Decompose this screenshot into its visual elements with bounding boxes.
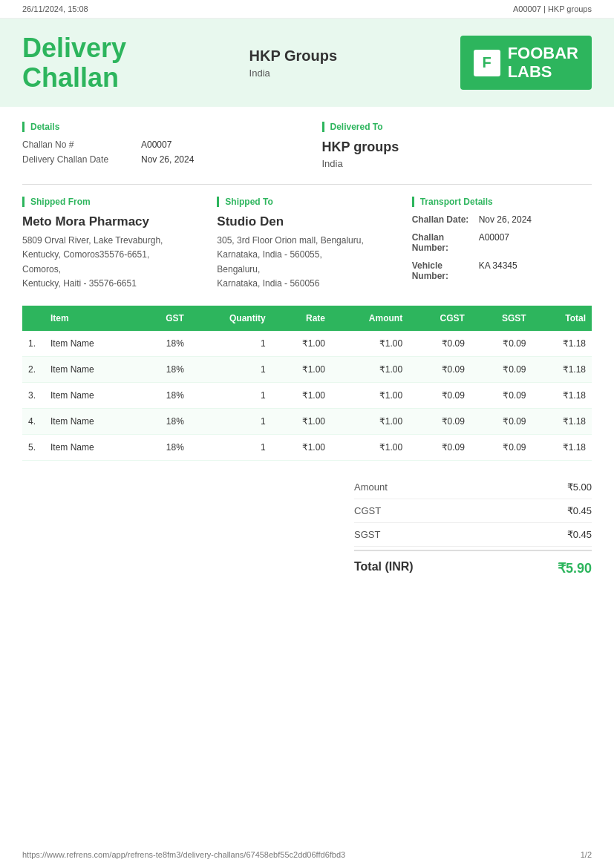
- transport-vehicle-value: KA 34345: [479, 260, 517, 281]
- cell-amount: ₹1.00: [331, 408, 408, 434]
- cell-amount: ₹1.00: [331, 331, 408, 357]
- transport-number-row: ChallanNumber: A00007: [412, 232, 592, 253]
- cell-sgst: ₹0.09: [471, 434, 532, 460]
- cell-gst: 18%: [139, 408, 190, 434]
- cgst-label: CGST: [354, 505, 381, 516]
- table-row: 3. Item Name 18% 1 ₹1.00 ₹1.00 ₹0.09 ₹0.…: [22, 382, 592, 408]
- logo: F FOOBAR LABS: [460, 36, 592, 89]
- shipped-from-label: Shipped From: [22, 197, 202, 207]
- cell-item: Item Name: [45, 331, 139, 357]
- date-label: Delivery Challan Date: [22, 154, 141, 165]
- shipped-from-section: Shipped From Meto Mora Pharmacy 5809 Orv…: [22, 197, 202, 291]
- cgst-value: ₹0.45: [567, 505, 592, 516]
- col-quantity: Quantity: [190, 306, 272, 331]
- cell-total: ₹1.18: [532, 382, 592, 408]
- cell-rate: ₹1.00: [272, 356, 331, 382]
- shipped-from-address: 5809 Orval River, Lake Trevaburgh, Kentu…: [22, 234, 202, 291]
- totals-section: Amount ₹5.00 CGST ₹0.45 SGST ₹0.45 Total…: [22, 476, 592, 582]
- shipped-to-section: Shipped To Studio Den 305, 3rd Floor Ori…: [217, 197, 396, 291]
- header: Delivery Challan HKP Groups India F FOOB…: [0, 19, 614, 107]
- table-row: 1. Item Name 18% 1 ₹1.00 ₹1.00 ₹0.09 ₹0.…: [22, 331, 592, 357]
- doc-title: Delivery Challan: [22, 33, 126, 92]
- footer-page: 1/2: [581, 850, 592, 859]
- col-sgst: SGST: [471, 306, 532, 331]
- cell-qty: 1: [190, 408, 272, 434]
- grand-total-value: ₹5.90: [558, 560, 592, 576]
- cell-amount: ₹1.00: [331, 382, 408, 408]
- transport-vehicle-row: VehicleNumber: KA 34345: [412, 260, 592, 281]
- amount-value: ₹5.00: [567, 481, 592, 493]
- doc-ref: A00007 | HKP groups: [513, 4, 592, 13]
- col-gst: GST: [139, 306, 190, 331]
- cell-sgst: ₹0.09: [471, 356, 532, 382]
- sgst-label: SGST: [354, 529, 380, 540]
- shipped-to-label: Shipped To: [217, 197, 396, 207]
- cell-gst: 18%: [139, 434, 190, 460]
- cell-num: 3.: [22, 382, 45, 408]
- table-row: 2. Item Name 18% 1 ₹1.00 ₹1.00 ₹0.09 ₹0.…: [22, 356, 592, 382]
- details-section: Details Challan No # A00007 Delivery Cha…: [22, 122, 293, 169]
- transport-number-value: A00007: [479, 232, 509, 253]
- details-label: Details: [22, 122, 293, 132]
- cell-rate: ₹1.00: [272, 434, 331, 460]
- cell-rate: ₹1.00: [272, 382, 331, 408]
- cell-cgst: ₹0.09: [408, 408, 471, 434]
- challan-no-row: Challan No # A00007: [22, 139, 293, 150]
- table-header-row: Item GST Quantity Rate Amount CGST SGST …: [22, 306, 592, 331]
- table-row: 4. Item Name 18% 1 ₹1.00 ₹1.00 ₹0.09 ₹0.…: [22, 408, 592, 434]
- cell-cgst: ₹0.09: [408, 434, 471, 460]
- cell-total: ₹1.18: [532, 356, 592, 382]
- cell-gst: 18%: [139, 382, 190, 408]
- delivered-to-name: HKP groups: [322, 139, 592, 155]
- cell-cgst: ₹0.09: [408, 382, 471, 408]
- sgst-row: SGST ₹0.45: [354, 523, 592, 547]
- cell-rate: ₹1.00: [272, 331, 331, 357]
- amount-label: Amount: [354, 481, 388, 493]
- grand-total-label: Total (INR): [354, 560, 414, 576]
- shipped-to-name: Studio Den: [217, 214, 396, 229]
- cell-num: 1.: [22, 331, 45, 357]
- transport-date-label: Challan Date:: [412, 214, 479, 225]
- cell-gst: 18%: [139, 331, 190, 357]
- company-info: HKP Groups India: [249, 47, 338, 79]
- totals-table: Amount ₹5.00 CGST ₹0.45 SGST ₹0.45 Total…: [354, 476, 592, 582]
- col-rate: Rate: [272, 306, 331, 331]
- cell-amount: ₹1.00: [331, 434, 408, 460]
- cell-num: 2.: [22, 356, 45, 382]
- cell-qty: 1: [190, 382, 272, 408]
- cell-item: Item Name: [45, 356, 139, 382]
- challan-no-value: A00007: [141, 139, 172, 150]
- date-value: Nov 26, 2024: [141, 154, 194, 165]
- col-item: Item: [45, 306, 139, 331]
- table-row: 5. Item Name 18% 1 ₹1.00 ₹1.00 ₹0.09 ₹0.…: [22, 434, 592, 460]
- delivered-to-section: Delivered To HKP groups India: [322, 122, 592, 169]
- cell-sgst: ₹0.09: [471, 331, 532, 357]
- sgst-value: ₹0.45: [567, 529, 592, 540]
- col-num: [22, 306, 45, 331]
- cell-item: Item Name: [45, 408, 139, 434]
- timestamp: 26/11/2024, 15:08: [22, 4, 88, 13]
- cell-item: Item Name: [45, 434, 139, 460]
- logo-icon: F: [474, 50, 500, 76]
- cell-num: 5.: [22, 434, 45, 460]
- company-country: India: [249, 68, 338, 79]
- cell-qty: 1: [190, 434, 272, 460]
- logo-text: FOOBAR LABS: [508, 45, 578, 80]
- footer-url: https://www.refrens.com/app/refrens-te8f…: [22, 850, 345, 859]
- doc-title-container: Delivery Challan: [22, 33, 126, 92]
- cell-total: ₹1.18: [532, 408, 592, 434]
- main-content: Details Challan No # A00007 Delivery Cha…: [0, 107, 614, 597]
- shipped-to-address: 305, 3rd Floor Orion mall, Bengaluru, Ka…: [217, 234, 396, 291]
- cell-amount: ₹1.00: [331, 356, 408, 382]
- col-amount: Amount: [331, 306, 408, 331]
- transport-number-label: ChallanNumber:: [412, 232, 479, 253]
- shipped-from-name: Meto Mora Pharmacy: [22, 214, 202, 229]
- items-table: Item GST Quantity Rate Amount CGST SGST …: [22, 306, 592, 461]
- cell-sgst: ₹0.09: [471, 408, 532, 434]
- cell-num: 4.: [22, 408, 45, 434]
- details-delivered-row: Details Challan No # A00007 Delivery Cha…: [22, 122, 592, 169]
- shipped-transport-row: Shipped From Meto Mora Pharmacy 5809 Orv…: [22, 197, 592, 291]
- cell-qty: 1: [190, 331, 272, 357]
- cell-sgst: ₹0.09: [471, 382, 532, 408]
- delivered-to-label: Delivered To: [322, 122, 592, 132]
